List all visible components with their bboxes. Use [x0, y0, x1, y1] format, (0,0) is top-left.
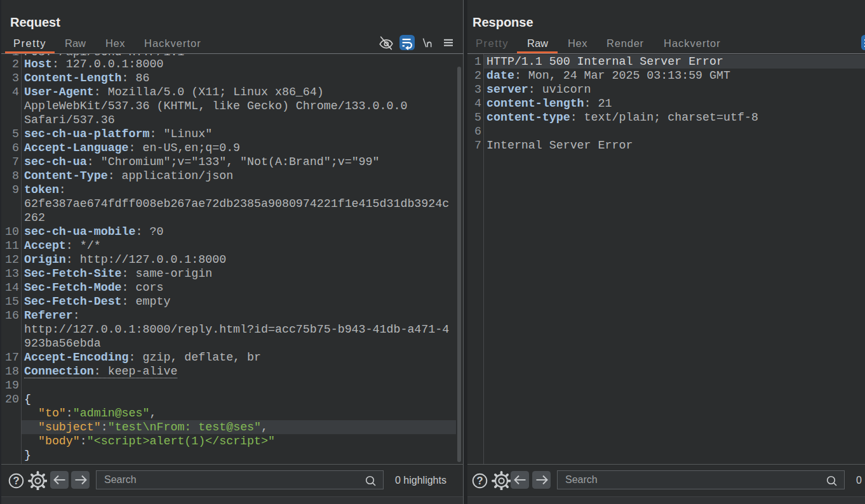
- svg-text:?: ?: [13, 475, 19, 486]
- svg-text:?: ?: [476, 475, 483, 486]
